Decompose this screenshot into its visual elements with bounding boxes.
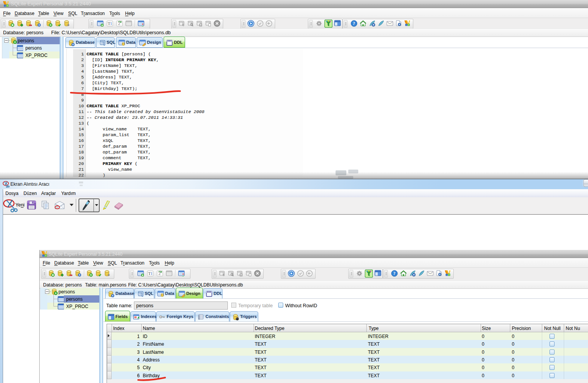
svg-text:?: ? [353, 21, 355, 26]
svg-text:I: I [151, 271, 152, 276]
svg-text:T: T [108, 21, 110, 26]
svg-text:T: T [148, 271, 151, 276]
svg-text:?: ? [393, 271, 396, 276]
svg-text:I: I [110, 21, 112, 26]
